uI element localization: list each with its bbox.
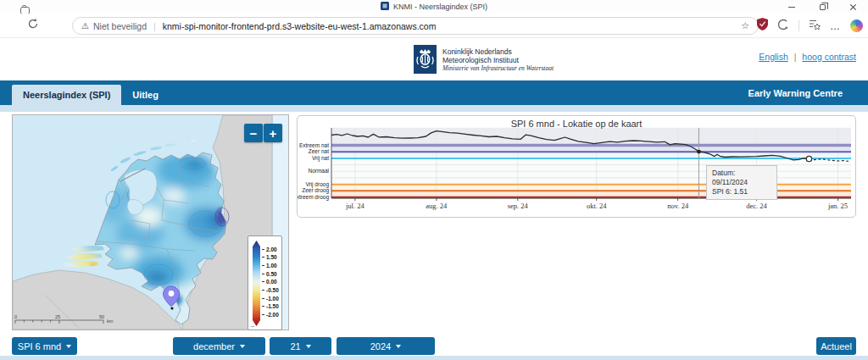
- spi-band: [331, 128, 851, 146]
- x-tick-label: sep. 24: [508, 202, 529, 210]
- logo-line-2: Meteorologisch Instituut: [442, 56, 554, 64]
- logo-text: Koninklijk Nederlands Meteorologisch Ins…: [442, 45, 554, 74]
- tab-neerslagindex-spi[interactable]: Neerslagindex (SPI): [12, 85, 121, 105]
- knmi-crest-icon: [414, 45, 437, 74]
- tab-uitleg[interactable]: Uitleg: [121, 85, 170, 105]
- actueel-button[interactable]: Actueel: [816, 337, 856, 355]
- legend-value: -1.00: [262, 295, 279, 302]
- knmi-favicon: [381, 2, 389, 12]
- zoom-out-button[interactable]: −: [244, 124, 263, 142]
- year-dropdown-label: 2024: [370, 341, 391, 352]
- knmi-logo[interactable]: Koninklijk Nederlands Meteorologisch Ins…: [414, 45, 554, 74]
- svg-text:0: 0: [14, 314, 17, 319]
- restore-icon: [820, 4, 826, 10]
- spi-map-panel[interactable]: 0 25 50 km − + 2.001.501.000.500.00-0.50…: [12, 114, 289, 330]
- navbar-substrip: [0, 105, 868, 112]
- caret-down-icon: [66, 345, 71, 348]
- x-tick-label: okt. 24: [587, 202, 607, 210]
- month-dropdown[interactable]: december: [173, 337, 265, 355]
- logo-line-1: Koninklijk Nederlands: [442, 47, 554, 56]
- spi-chart-panel[interactable]: jul. 24aug. 24sep. 24okt. 24nov. 24dec. …: [297, 115, 856, 218]
- day-dropdown[interactable]: 21: [270, 337, 331, 355]
- x-tick-label: jan. 25: [827, 202, 848, 210]
- copilot-icon[interactable]: [850, 19, 863, 32]
- settings-menu-icon[interactable]: …: [830, 22, 841, 30]
- address-separator: |: [153, 21, 156, 31]
- y-category-label: Extreem droog: [298, 194, 329, 201]
- svg-text:km: km: [107, 318, 114, 324]
- caret-down-icon: [396, 345, 401, 348]
- y-category-label: Vrij nat: [312, 155, 329, 162]
- x-tick-label: dec. 24: [746, 202, 767, 210]
- y-category-label: Extreem nat: [299, 142, 329, 148]
- legend-value: 1.50: [262, 254, 277, 261]
- tooltip-date: Datum: 09/11/2024: [712, 169, 771, 187]
- selected-grid-point: [170, 307, 173, 309]
- legend-value: 1.00: [262, 262, 277, 269]
- hoog-contrast-link[interactable]: hoog contrast: [802, 52, 856, 62]
- caret-down-icon: [240, 345, 245, 348]
- language-links: English | hoog contrast: [759, 52, 856, 62]
- security-label[interactable]: Niet beveiligd: [93, 21, 147, 31]
- chart-tooltip: Datum: 09/11/2024 SPI 6: 1.51: [706, 165, 777, 200]
- window-controls: [776, 0, 868, 14]
- english-link[interactable]: English: [759, 52, 787, 62]
- map-zoom-controls: − +: [244, 124, 282, 142]
- main-navbar: Neerslagindex (SPI) Uitleg Early Warning…: [0, 80, 868, 105]
- svg-text:25: 25: [55, 314, 60, 319]
- adblock-shield-icon[interactable]: [757, 18, 768, 34]
- chart-title: SPI 6 mnd - Lokatie op de kaart: [298, 119, 855, 129]
- nav-tabs: Neerslagindex (SPI) Uitleg: [12, 85, 170, 105]
- tooltip-value: SPI 6: 1.51: [712, 187, 771, 197]
- close-icon: [849, 3, 857, 11]
- spi-index-dropdown-label: SPI 6 mnd: [18, 341, 61, 352]
- caret-down-icon: [306, 345, 311, 348]
- minimize-icon: [788, 7, 795, 8]
- close-button[interactable]: [837, 0, 868, 14]
- early-warning-centre-label: Early Warning Centre: [748, 80, 843, 105]
- tab-title: KNMI - Neerslagindex (SPI): [393, 3, 487, 11]
- legend-value: -1.50: [262, 303, 279, 310]
- favorites-hub-icon[interactable]: [809, 19, 821, 34]
- x-tick-label: jul. 24: [345, 202, 364, 210]
- reload-button[interactable]: [27, 18, 42, 33]
- url-text[interactable]: knmi-spi-monitor-frontend-prd.s3-website…: [163, 21, 741, 31]
- browser-toolbar: ⚠ Niet beveiligd | knmi-spi-monitor-fron…: [0, 14, 868, 38]
- address-bar[interactable]: ⚠ Niet beveiligd | knmi-spi-monitor-fron…: [72, 17, 759, 35]
- y-category-label: Normaal: [308, 168, 329, 174]
- svg-text:50: 50: [99, 314, 104, 319]
- browser-tab[interactable]: KNMI - Neerslagindex (SPI): [0, 2, 868, 12]
- y-category-label: Zeer nat: [309, 148, 329, 154]
- legend-attribution: –: [251, 324, 254, 329]
- link-separator: |: [794, 52, 797, 62]
- x-tick-label: aug. 24: [426, 202, 448, 210]
- browser-titlebar: KNMI - Neerslagindex (SPI): [0, 0, 868, 14]
- spi-index-dropdown[interactable]: SPI 6 mnd: [12, 337, 77, 355]
- extension-icon[interactable]: [777, 19, 789, 34]
- legend-gradient-bar: [253, 241, 260, 326]
- not-secure-warning-icon: ⚠: [81, 21, 89, 30]
- legend-value: -2.00: [262, 312, 279, 318]
- selected-point-dot: [697, 150, 701, 154]
- toolbar-divider: [798, 20, 799, 31]
- favorite-star-icon[interactable]: ☆: [741, 20, 749, 31]
- minimize-button[interactable]: [776, 0, 807, 14]
- site-header: Koninklijk Nederlands Meteorologisch Ins…: [0, 38, 868, 80]
- legend-value: 2.00: [262, 246, 277, 252]
- footer-strip: [0, 356, 868, 360]
- day-dropdown-label: 21: [290, 341, 300, 352]
- spi-color-legend: 2.001.501.000.500.00-0.50-1.00-1.50-2.00…: [248, 235, 282, 330]
- year-dropdown[interactable]: 2024: [337, 337, 435, 355]
- zoom-in-button[interactable]: +: [264, 124, 282, 142]
- legend-value: -0.50: [262, 287, 279, 294]
- current-point-dot: [806, 156, 811, 161]
- legend-value: 0.50: [262, 270, 277, 277]
- x-tick-label: nov. 24: [667, 202, 689, 210]
- knmi-spi-monitor-window: KNMI - Neerslagindex (SPI) ⚠ Niet beveil…: [0, 0, 868, 360]
- month-dropdown-label: december: [193, 341, 235, 352]
- logo-line-3: Ministerie van Infrastructuur en Waterst…: [442, 64, 554, 73]
- legend-value: 0.00: [262, 279, 277, 285]
- restore-button[interactable]: [807, 0, 837, 14]
- actueel-button-label: Actueel: [821, 341, 852, 352]
